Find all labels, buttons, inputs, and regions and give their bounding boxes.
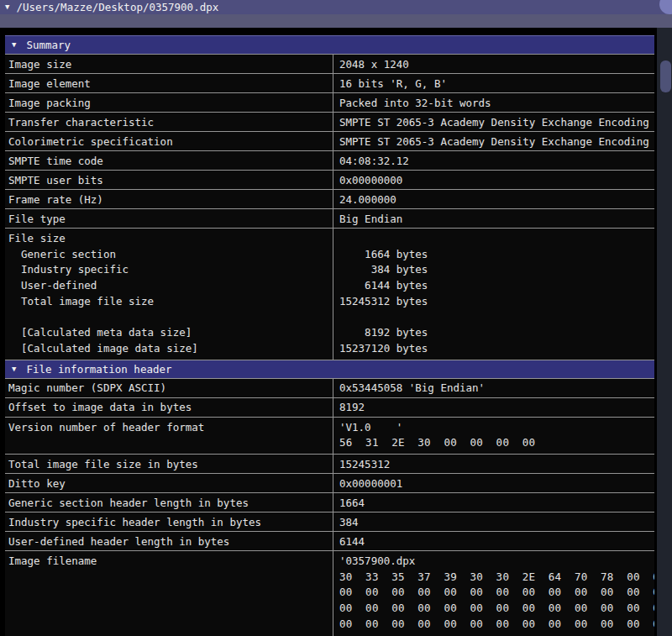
section-header[interactable]: ▼Summary	[5, 35, 654, 54]
row-label-line: Image filename	[8, 554, 333, 570]
row-label: File size Generic section Industry speci…	[5, 229, 333, 360]
table-row: SMPTE time code04:08:32.12	[5, 150, 654, 170]
row-value: 'V1.0 '56 31 2E 30 00 00 00 00	[333, 418, 654, 454]
row-value: 0x53445058 'Big Endian'	[333, 379, 654, 397]
row-label: SMPTE time code	[5, 151, 333, 170]
row-value-line: 8192 bytes	[339, 325, 654, 341]
section-0: ▼SummaryImage size2048 x 1240Image eleme…	[5, 35, 654, 360]
row-value-text: Big Endian	[339, 213, 402, 225]
row-value-line	[339, 310, 654, 326]
row-label: User-defined header length in bytes	[5, 532, 333, 550]
row-label: Image size	[5, 55, 333, 73]
row-label-line: File size	[8, 231, 333, 247]
window-title-bar: ▼ /Users/Mazze/Desktop/0357900.dpx	[0, 0, 672, 14]
row-value: 16 bits 'R, G, B'	[333, 74, 654, 92]
row-value-text: SMPTE ST 2065-3 Academy Density Exchange…	[339, 135, 649, 148]
table-row: Transfer characteristicSMPTE ST 2065-3 A…	[5, 112, 654, 131]
section-header[interactable]: ▼File information header	[5, 360, 654, 378]
row-label-text: Offset to image data in bytes	[8, 401, 192, 413]
table-row: File typeBig Endian	[5, 208, 654, 228]
row-value-text: 24.000000	[339, 193, 396, 206]
table-row: Generic section header length in bytes16…	[5, 492, 654, 512]
row-label: SMPTE user bits	[5, 171, 333, 189]
row-value-line: 15237120 bytes	[339, 341, 654, 357]
table-row: Version number of header format'V1.0 '56…	[5, 417, 654, 454]
row-label-line: [Calculated image data size]	[8, 341, 333, 357]
row-label-text: Image size	[8, 58, 71, 71]
row-value-text: 0x53445058 'Big Endian'	[339, 381, 485, 394]
section-title: File information header	[26, 363, 171, 376]
row-value: 0x00000001	[333, 474, 654, 492]
row-label: Magic number (SDPX ASCII)	[5, 379, 333, 397]
row-value: 24.000000	[333, 190, 654, 208]
row-value-text: 2048 x 1240	[339, 58, 409, 71]
row-label-text: Colorimetric specification	[8, 135, 173, 148]
row-label-line: Total image file size	[8, 294, 333, 310]
row-value: Big Endian	[333, 209, 654, 228]
row-label: Total image file size in bytes	[5, 455, 333, 473]
row-label-text: SMPTE user bits	[8, 174, 103, 187]
row-label: File type	[5, 209, 333, 228]
row-value-text: SMPTE ST 2065-3 Academy Density Exchange…	[339, 116, 649, 129]
table-row: Frame rate (Hz)24.000000	[5, 189, 654, 208]
row-label-text: File type	[8, 213, 66, 225]
row-value-text: 1664	[339, 497, 365, 509]
table-row: Industry specific header length in bytes…	[5, 512, 654, 531]
row-label-line: [Calculated meta data size]	[8, 325, 333, 341]
collapse-triangle-icon[interactable]: ▼	[5, 3, 9, 11]
row-label-line	[8, 310, 333, 326]
table-row: File size Generic section Industry speci…	[5, 228, 654, 360]
row-value-text: 0x00000001	[339, 477, 402, 490]
table-row: User-defined header length in bytes6144	[5, 531, 654, 550]
row-label-text: Image packing	[8, 97, 91, 109]
row-value-hex-line: 00 00 00 00 00 00 00 00 00 00 00 00 00 0…	[339, 633, 654, 636]
row-value-text: 04:08:32.12	[339, 155, 409, 167]
row-value-line: 15245312 bytes	[339, 294, 654, 310]
row-label-text: User-defined header length in bytes	[8, 535, 229, 548]
row-label-line: Generic section	[8, 247, 333, 263]
table-row: Image size2048 x 1240	[5, 54, 654, 73]
row-label: Version number of header format	[5, 418, 333, 454]
section-title: Summary	[26, 39, 71, 51]
row-label: Offset to image data in bytes	[5, 398, 333, 417]
row-label-text: Frame rate (Hz)	[8, 193, 103, 206]
row-value-text: Packed into 32-bit words	[339, 97, 491, 109]
row-label-text: SMPTE time code	[8, 155, 103, 167]
table-row: Total image file size in bytes15245312	[5, 454, 654, 473]
row-label-text: Magic number (SDPX ASCII)	[8, 381, 166, 394]
row-value: 1664	[333, 493, 654, 512]
table-row: Colorimetric specificationSMPTE ST 2065-…	[5, 131, 654, 150]
row-value: 1664 bytes 384 bytes 6144 bytes15245312 …	[333, 229, 654, 360]
row-label-text: Industry specific header length in bytes	[8, 516, 261, 528]
row-value-text: 16 bits 'R, G, B'	[339, 77, 447, 90]
row-label-text: Transfer characteristic	[8, 116, 154, 129]
row-label-text: Ditto key	[8, 477, 66, 490]
collapse-triangle-icon[interactable]: ▼	[12, 365, 16, 373]
row-label: Generic section header length in bytes	[5, 493, 333, 512]
row-value-text: 15245312	[339, 458, 390, 470]
row-value-text: 0x00000000	[339, 174, 402, 187]
row-label: Transfer characteristic	[5, 113, 333, 131]
row-value: 2048 x 1240	[333, 55, 654, 73]
row-value-hex-line: 00 00 00 00 00 00 00 00 00 00 00 00 00 0…	[339, 617, 654, 633]
metadata-panel: ▼SummaryImage size2048 x 1240Image eleme…	[5, 28, 654, 636]
header-spacer-strip	[0, 14, 672, 28]
row-value: 8192	[333, 398, 654, 417]
table-row: Magic number (SDPX ASCII)0x53445058 'Big…	[5, 378, 654, 397]
table-row: SMPTE user bits0x00000000	[5, 170, 654, 189]
row-value: 384	[333, 512, 654, 531]
row-label-line: Version number of header format	[8, 420, 333, 436]
row-label-line: User-defined	[8, 278, 333, 294]
row-label-text: Generic section header length in bytes	[8, 497, 249, 509]
row-value-hex-line: 30 33 35 37 39 30 30 2E 64 70 78 00 00 0…	[339, 570, 654, 586]
collapse-triangle-icon[interactable]: ▼	[12, 41, 16, 49]
row-label-line: Industry specific	[8, 262, 333, 278]
row-value-hex-line: 00 00 00 00 00 00 00 00 00 00 00 00 00 0…	[339, 601, 654, 617]
table-row: Ditto key0x00000001	[5, 473, 654, 492]
row-value-line: 384 bytes	[339, 262, 654, 278]
row-value: 0x00000000	[333, 171, 654, 189]
row-label: Image packing	[5, 93, 333, 112]
scrollbar-track[interactable]	[657, 28, 672, 636]
scrollbar-thumb[interactable]	[660, 60, 671, 92]
table-row: Image filename'0357900.dpx30 33 35 37 39…	[5, 550, 654, 636]
